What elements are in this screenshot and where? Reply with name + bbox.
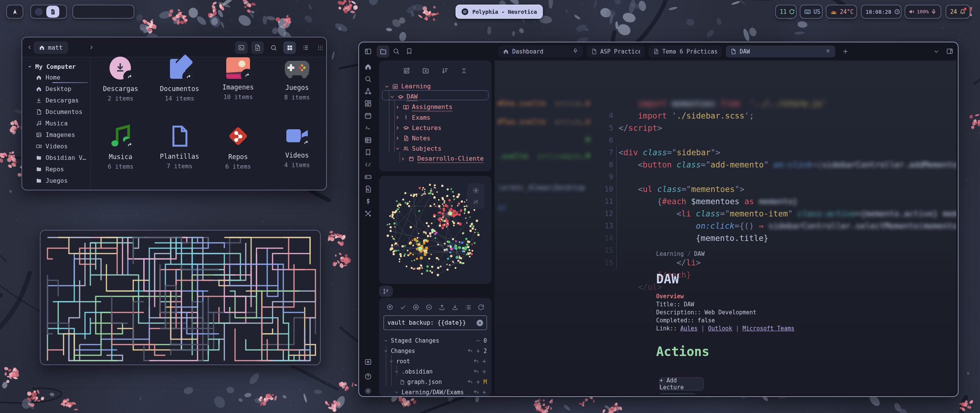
open-terminal-button[interactable] — [235, 41, 248, 54]
git-row-Staged Changes[interactable]: Staged Changes 0 — [384, 336, 487, 345]
breadcrumb[interactable]: matt — [34, 41, 68, 54]
clear-message-icon[interactable] — [477, 320, 483, 326]
new-tab-icon[interactable] — [842, 48, 849, 55]
ribbon-vault-icon[interactable] — [364, 358, 372, 366]
collapse-icon[interactable] — [461, 67, 467, 74]
explorer-item-Assignments[interactable]: Assignments — [395, 102, 452, 112]
git-action-minus[interactable] — [475, 338, 481, 343]
explorer-view-button[interactable] — [377, 46, 389, 57]
ribbon-calendar-icon[interactable] — [364, 112, 372, 119]
link-Microsoft Teams[interactable]: Microsoft Teams — [743, 325, 794, 332]
git-list-icon[interactable] — [465, 304, 471, 311]
file-item-Descargas[interactable]: Descargas 2 items — [92, 56, 149, 102]
tab-list-icon[interactable] — [933, 49, 939, 55]
ribbon-file-search-icon[interactable] — [364, 185, 372, 193]
tab-Tema 6 Prácticas -…[interactable]: Tema 6 Prácticas -… — [648, 46, 722, 57]
link-Aules[interactable]: Aules — [680, 325, 697, 332]
ribbon-help-icon[interactable] — [364, 373, 372, 380]
git-row-Learning/DAW/Exams[interactable]: Learning/DAW/Exams — [394, 388, 487, 397]
commit-message-input[interactable]: vault backup: {{date}} — [384, 315, 487, 330]
explorer-item-DAW[interactable]: DAW — [390, 92, 418, 101]
git-action-plus[interactable] — [475, 348, 481, 354]
ribbon-table-icon[interactable] — [364, 137, 372, 144]
git-check-icon[interactable] — [400, 304, 406, 311]
git-action-undo[interactable] — [474, 359, 479, 364]
ribbon-dollar-icon[interactable] — [364, 198, 372, 205]
file-item-Plantillas[interactable]: Plantillas 7 items — [151, 124, 208, 170]
fm-sidebar-item[interactable]: Descargas — [36, 96, 79, 105]
edit-sq-icon[interactable] — [403, 67, 410, 74]
tab-Dashboard[interactable]: Dashboard — [498, 46, 583, 57]
split-pane-icon[interactable] — [946, 48, 953, 55]
grid-view-button[interactable] — [283, 41, 296, 54]
text-editor-icon[interactable] — [46, 6, 59, 18]
fm-sidebar-item[interactable]: Imagenes — [36, 130, 75, 139]
folder-plus-icon[interactable] — [422, 67, 429, 74]
fm-sidebar-item[interactable]: Repos — [36, 164, 64, 174]
ribbon-dash-icon[interactable] — [364, 100, 372, 107]
file-item-Documentos[interactable]: Documentos 14 items — [151, 56, 208, 102]
fm-sidebar-item[interactable]: Musica — [36, 119, 68, 128]
git-action-plus[interactable] — [482, 359, 487, 364]
menu-button[interactable] — [314, 41, 327, 54]
explorer-item-Notes[interactable]: Notes — [395, 133, 430, 143]
updates-pill[interactable]: 11 — [775, 5, 797, 19]
git-up-circle-icon[interactable] — [387, 304, 393, 311]
search-view-icon[interactable] — [393, 48, 400, 55]
git-row-.obsidian[interactable]: .obsidian — [394, 367, 487, 376]
clock-pill[interactable]: 18:08:28 — [861, 5, 902, 19]
note-breadcrumb[interactable]: Learning / DAW — [656, 250, 704, 257]
explorer-item-Subjects[interactable]: Subjects — [395, 144, 441, 153]
git-row-Changes[interactable]: Changes 2 — [384, 346, 487, 356]
file-item-Musica[interactable]: Musica 6 items — [92, 124, 149, 170]
git-action-plus[interactable] — [475, 379, 481, 385]
sidebar-toggle-icon[interactable] — [364, 48, 372, 55]
new-file-button[interactable] — [251, 41, 264, 54]
sidebar-root[interactable]: My Computer — [28, 63, 76, 70]
sort-icon[interactable] — [441, 67, 448, 74]
notifications-pill[interactable]: 24 — [946, 5, 970, 19]
explorer-item-Learning[interactable]: Learning — [384, 82, 431, 91]
file-item-Videos[interactable]: Videos 4 items — [268, 124, 326, 169]
git-download-tray-icon[interactable] — [452, 304, 458, 311]
git-action-plus[interactable] — [482, 390, 487, 395]
fm-sidebar-item[interactable]: Desktop — [36, 84, 71, 93]
search-button[interactable] — [267, 41, 280, 54]
fm-sidebar-item[interactable]: Obsidian V… — [36, 153, 86, 162]
bookmarks-view-icon[interactable] — [406, 48, 413, 55]
git-upload-icon[interactable] — [439, 304, 445, 311]
list-view-button[interactable] — [299, 41, 312, 54]
git-plus-circle-icon[interactable] — [413, 304, 419, 311]
ribbon-bookmark-icon[interactable] — [364, 149, 372, 156]
git-action-undo[interactable] — [467, 348, 473, 354]
ribbon-tools-icon[interactable] — [364, 210, 372, 217]
firefox-icon[interactable] — [34, 7, 43, 16]
ribbon-graph-icon[interactable] — [364, 88, 372, 95]
tab-DAW[interactable]: DAW — [726, 46, 835, 57]
nav-forward-icon[interactable] — [88, 44, 94, 50]
add-lecture-button[interactable]: + Add Lecture — [659, 377, 704, 390]
file-item-Juegos[interactable]: Juegos 8 items — [268, 56, 326, 101]
graph-filter-icon[interactable] — [472, 198, 479, 205]
volume-pill[interactable]: 100% — [905, 5, 941, 19]
now-playing-pill[interactable]: Polyphia - Neurotica — [456, 5, 543, 19]
ribbon-codepct-icon[interactable] — [364, 161, 372, 168]
fm-sidebar-item[interactable]: Videos — [36, 141, 68, 151]
keyboard-layout-pill[interactable]: US — [800, 5, 823, 19]
launcher-button[interactable] — [6, 5, 23, 19]
weather-pill[interactable]: 24°C — [826, 5, 857, 19]
ribbon-gamepad-icon[interactable] — [364, 173, 372, 180]
fm-sidebar-item[interactable]: Documentos — [36, 107, 82, 116]
ribbon-gear-icon[interactable] — [364, 387, 372, 395]
file-item-Repos[interactable]: Repos 6 items — [209, 124, 267, 170]
nav-back-icon[interactable] — [27, 44, 33, 50]
add-note-button[interactable]: + Add Note — [659, 393, 696, 395]
ribbon-terminal-icon[interactable] — [364, 124, 372, 132]
explorer-item-Desarrollo-Cliente[interactable]: Desarrollo-Cliente — [400, 154, 483, 163]
git-tab[interactable] — [379, 286, 393, 297]
fm-sidebar-item[interactable]: Juegos — [36, 176, 68, 185]
explorer-item-Exams[interactable]: Exams — [395, 113, 430, 122]
git-minus-circle-icon[interactable] — [426, 304, 432, 311]
git-row-root[interactable]: root — [389, 357, 487, 366]
git-action-undo[interactable] — [474, 390, 479, 395]
